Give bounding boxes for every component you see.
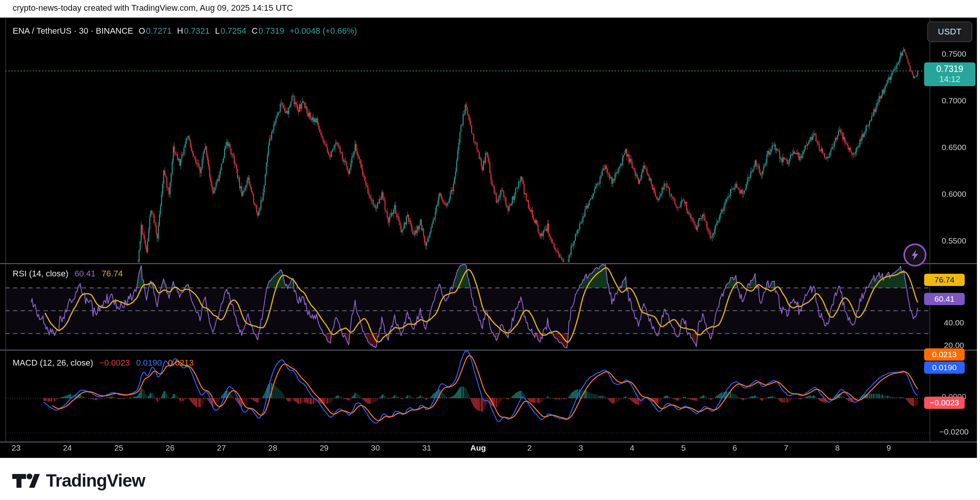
close-label: C xyxy=(252,26,258,36)
current-price-badge[interactable]: 0.7319 14:12 xyxy=(924,62,975,86)
time-label-3: 3 xyxy=(565,443,596,453)
time-label-25: 25 xyxy=(103,443,134,453)
time-label-4: 4 xyxy=(617,443,647,453)
time-label-29: 29 xyxy=(309,443,340,453)
price-tick-0650: 0.6500 xyxy=(931,143,977,152)
current-price-value: 0.7319 xyxy=(924,64,975,74)
ohlc-low: L 0.7254 xyxy=(215,26,247,36)
time-label-31: 31 xyxy=(412,443,442,453)
symbol-status-line: ENA / TetherUS · 30 · BINANCE O 0.7271 H… xyxy=(13,26,357,36)
time-label-aug: Aug xyxy=(463,443,493,453)
instant-order-button[interactable] xyxy=(903,243,926,266)
macd-line-badge: 0.0190 xyxy=(924,361,965,374)
attribution-header: crypto-news-today created with TradingVi… xyxy=(13,3,293,13)
time-label-24: 24 xyxy=(52,443,83,453)
ohlc-close: C 0.7319 xyxy=(252,26,284,36)
change-value: +0.0048 (+0.66%) xyxy=(289,26,357,36)
macd-signal-value: 0.0213 xyxy=(168,358,194,368)
time-label-5: 5 xyxy=(668,443,699,453)
time-label-28: 28 xyxy=(258,443,288,453)
price-tick-0550: 0.5500 xyxy=(931,236,977,245)
price-tick-0600: 0.6000 xyxy=(931,190,977,199)
open-value: 0.7271 xyxy=(146,26,172,36)
high-label: H xyxy=(177,26,183,36)
macd-hist-value: −0.0023 xyxy=(99,358,130,368)
time-label-26: 26 xyxy=(155,443,185,453)
lightning-icon xyxy=(910,249,920,261)
time-label-2: 2 xyxy=(514,443,545,453)
close-value: 0.7319 xyxy=(258,26,284,36)
macd-line-value: 0.0190 xyxy=(136,358,162,368)
time-label-23: 23 xyxy=(1,443,31,453)
low-value: 0.7254 xyxy=(220,26,246,36)
tradingview-wordmark: TradingView xyxy=(46,470,145,491)
footer-brand: TradingView xyxy=(11,470,145,491)
ohlc-high: H 0.7321 xyxy=(177,26,209,36)
macd-hist-badge: −0.0023 xyxy=(924,397,965,409)
open-label: O xyxy=(139,26,145,36)
rsi-tick-40: 40.00 xyxy=(931,318,977,327)
rsi-status-line: RSI (14, close) 60.41 76.74 xyxy=(13,269,123,279)
rsi-title: RSI (14, close) xyxy=(13,269,69,279)
rsi-ma-badge: 76.74 xyxy=(924,274,965,286)
macd-title: MACD (12, 26, close) xyxy=(13,358,93,368)
page: crypto-news-today created with TradingVi… xyxy=(0,0,980,500)
macd-signal-badge: 0.0213 xyxy=(924,348,965,361)
symbol-title: ENA / TetherUS · 30 · BINANCE xyxy=(13,26,133,36)
currency-toggle-button[interactable]: USDT xyxy=(927,21,972,42)
time-label-8: 8 xyxy=(822,443,853,453)
ohlc-open: O 0.7271 xyxy=(139,26,172,36)
high-value: 0.7321 xyxy=(184,26,209,36)
time-label-27: 27 xyxy=(206,443,237,453)
rsi-value-badge: 60.41 xyxy=(924,293,965,305)
time-label-7: 7 xyxy=(771,443,802,453)
macd-status-line: MACD (12, 26, close) −0.0023 0.0190 0.02… xyxy=(13,358,194,368)
price-tick-0700: 0.7000 xyxy=(931,96,977,105)
tradingview-logo-icon xyxy=(11,471,41,490)
time-label-30: 30 xyxy=(360,443,391,453)
rsi-value: 60.41 xyxy=(75,269,96,279)
bar-countdown: 14:12 xyxy=(924,74,975,84)
time-label-9: 9 xyxy=(874,443,904,453)
rsi-ma-value: 76.74 xyxy=(102,269,123,279)
price-chart-canvas[interactable] xyxy=(0,0,980,500)
time-label-6: 6 xyxy=(719,443,750,453)
macd-tick-low: −0.0200 xyxy=(931,427,977,436)
low-label: L xyxy=(215,26,220,36)
price-tick-0750: 0.7500 xyxy=(931,49,977,59)
